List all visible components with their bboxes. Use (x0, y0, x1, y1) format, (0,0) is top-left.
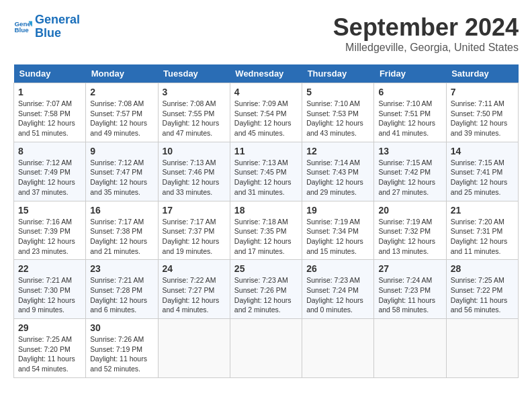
svg-text:Blue: Blue (14, 26, 29, 34)
day-number: 1 (18, 87, 81, 97)
day-number: 7 (451, 87, 514, 97)
day-info: Sunrise: 7:25 AM Sunset: 7:22 PM Dayligh… (451, 275, 514, 315)
logo-icon: General Blue (13, 17, 32, 36)
day-info: Sunrise: 7:07 AM Sunset: 7:58 PM Dayligh… (18, 99, 81, 138)
day-cell: 8Sunrise: 7:12 AM Sunset: 7:49 PM Daylig… (14, 142, 86, 201)
day-cell: 21Sunrise: 7:20 AM Sunset: 7:31 PM Dayli… (446, 201, 518, 260)
day-info: Sunrise: 7:10 AM Sunset: 7:53 PM Dayligh… (306, 99, 369, 138)
day-cell: 4Sunrise: 7:09 AM Sunset: 7:54 PM Daylig… (230, 83, 302, 142)
day-cell: 1Sunrise: 7:07 AM Sunset: 7:58 PM Daylig… (14, 83, 86, 142)
header-tuesday: Tuesday (158, 64, 230, 83)
day-info: Sunrise: 7:08 AM Sunset: 7:57 PM Dayligh… (90, 99, 153, 138)
day-number: 30 (90, 322, 153, 333)
day-number: 26 (306, 263, 369, 274)
day-info: Sunrise: 7:13 AM Sunset: 7:46 PM Dayligh… (163, 158, 226, 197)
day-number: 15 (18, 205, 81, 216)
day-number: 23 (90, 263, 153, 274)
day-cell: 24Sunrise: 7:22 AM Sunset: 7:27 PM Dayli… (158, 260, 230, 319)
day-cell: 15Sunrise: 7:16 AM Sunset: 7:39 PM Dayli… (14, 201, 86, 260)
day-info: Sunrise: 7:15 AM Sunset: 7:41 PM Dayligh… (451, 158, 514, 197)
day-info: Sunrise: 7:19 AM Sunset: 7:32 PM Dayligh… (378, 217, 441, 257)
week-row-2: 8Sunrise: 7:12 AM Sunset: 7:49 PM Daylig… (14, 142, 519, 201)
day-number: 10 (163, 146, 226, 156)
day-number: 12 (306, 146, 369, 156)
day-number: 29 (18, 322, 81, 333)
day-number: 27 (378, 263, 441, 274)
day-info: Sunrise: 7:13 AM Sunset: 7:45 PM Dayligh… (234, 158, 298, 197)
week-row-1: 1Sunrise: 7:07 AM Sunset: 7:58 PM Daylig… (14, 83, 519, 142)
day-info: Sunrise: 7:12 AM Sunset: 7:49 PM Dayligh… (18, 158, 81, 197)
day-cell: 26Sunrise: 7:23 AM Sunset: 7:24 PM Dayli… (302, 260, 374, 319)
header-row: Sunday Monday Tuesday Wednesday Thursday… (14, 64, 519, 83)
day-number: 25 (234, 263, 298, 274)
logo: General Blue GeneralBlue (13, 13, 80, 40)
day-info: Sunrise: 7:10 AM Sunset: 7:51 PM Dayligh… (378, 99, 441, 138)
day-info: Sunrise: 7:08 AM Sunset: 7:55 PM Dayligh… (163, 99, 226, 138)
day-number: 6 (378, 87, 441, 97)
week-row-5: 29Sunrise: 7:25 AM Sunset: 7:20 PM Dayli… (14, 319, 519, 378)
header-saturday: Saturday (446, 64, 518, 83)
day-number: 14 (451, 146, 514, 156)
day-cell: 30Sunrise: 7:26 AM Sunset: 7:19 PM Dayli… (86, 319, 158, 378)
day-number: 5 (306, 87, 369, 97)
day-cell: 13Sunrise: 7:15 AM Sunset: 7:42 PM Dayli… (374, 142, 446, 201)
day-cell: 17Sunrise: 7:17 AM Sunset: 7:37 PM Dayli… (158, 201, 230, 260)
day-info: Sunrise: 7:26 AM Sunset: 7:19 PM Dayligh… (90, 334, 153, 374)
day-number: 9 (90, 146, 153, 156)
day-info: Sunrise: 7:22 AM Sunset: 7:27 PM Dayligh… (163, 275, 226, 315)
day-info: Sunrise: 7:14 AM Sunset: 7:43 PM Dayligh… (306, 158, 369, 197)
logo-text: GeneralBlue (35, 13, 80, 40)
day-number: 22 (18, 263, 81, 274)
day-cell (302, 319, 374, 378)
day-number: 19 (306, 205, 369, 216)
day-info: Sunrise: 7:11 AM Sunset: 7:50 PM Dayligh… (451, 99, 514, 138)
day-cell: 29Sunrise: 7:25 AM Sunset: 7:20 PM Dayli… (14, 319, 86, 378)
day-info: Sunrise: 7:24 AM Sunset: 7:23 PM Dayligh… (378, 275, 441, 315)
header-thursday: Thursday (302, 64, 374, 83)
day-number: 2 (90, 87, 153, 97)
day-info: Sunrise: 7:12 AM Sunset: 7:47 PM Dayligh… (90, 158, 153, 197)
day-number: 8 (18, 146, 81, 156)
location-title: Milledgeville, Georgia, United States (333, 42, 519, 54)
week-row-4: 22Sunrise: 7:21 AM Sunset: 7:30 PM Dayli… (14, 260, 519, 319)
day-info: Sunrise: 7:18 AM Sunset: 7:35 PM Dayligh… (234, 217, 298, 257)
day-number: 17 (163, 205, 226, 216)
header-wednesday: Wednesday (230, 64, 302, 83)
day-cell (230, 319, 302, 378)
month-title: September 2024 (333, 13, 519, 42)
day-info: Sunrise: 7:16 AM Sunset: 7:39 PM Dayligh… (18, 217, 81, 257)
day-cell: 16Sunrise: 7:17 AM Sunset: 7:38 PM Dayli… (86, 201, 158, 260)
day-number: 4 (234, 87, 298, 97)
day-cell: 5Sunrise: 7:10 AM Sunset: 7:53 PM Daylig… (302, 83, 374, 142)
day-cell: 18Sunrise: 7:18 AM Sunset: 7:35 PM Dayli… (230, 201, 302, 260)
day-info: Sunrise: 7:17 AM Sunset: 7:38 PM Dayligh… (90, 217, 153, 257)
day-cell (446, 319, 518, 378)
day-cell: 25Sunrise: 7:23 AM Sunset: 7:26 PM Dayli… (230, 260, 302, 319)
day-cell: 12Sunrise: 7:14 AM Sunset: 7:43 PM Dayli… (302, 142, 374, 201)
day-cell: 7Sunrise: 7:11 AM Sunset: 7:50 PM Daylig… (446, 83, 518, 142)
day-info: Sunrise: 7:21 AM Sunset: 7:30 PM Dayligh… (18, 275, 81, 315)
day-number: 16 (90, 205, 153, 216)
day-number: 13 (378, 146, 441, 156)
day-cell: 14Sunrise: 7:15 AM Sunset: 7:41 PM Dayli… (446, 142, 518, 201)
day-cell: 10Sunrise: 7:13 AM Sunset: 7:46 PM Dayli… (158, 142, 230, 201)
day-cell: 9Sunrise: 7:12 AM Sunset: 7:47 PM Daylig… (86, 142, 158, 201)
day-cell (374, 319, 446, 378)
day-info: Sunrise: 7:17 AM Sunset: 7:37 PM Dayligh… (163, 217, 226, 257)
header-friday: Friday (374, 64, 446, 83)
day-info: Sunrise: 7:21 AM Sunset: 7:28 PM Dayligh… (90, 275, 153, 315)
page-header: General Blue GeneralBlue September 2024 … (13, 13, 519, 54)
day-cell: 6Sunrise: 7:10 AM Sunset: 7:51 PM Daylig… (374, 83, 446, 142)
day-number: 24 (163, 263, 226, 274)
day-cell: 11Sunrise: 7:13 AM Sunset: 7:45 PM Dayli… (230, 142, 302, 201)
calendar-table: Sunday Monday Tuesday Wednesday Thursday… (13, 64, 519, 378)
day-cell: 3Sunrise: 7:08 AM Sunset: 7:55 PM Daylig… (158, 83, 230, 142)
day-cell: 28Sunrise: 7:25 AM Sunset: 7:22 PM Dayli… (446, 260, 518, 319)
day-cell: 20Sunrise: 7:19 AM Sunset: 7:32 PM Dayli… (374, 201, 446, 260)
week-row-3: 15Sunrise: 7:16 AM Sunset: 7:39 PM Dayli… (14, 201, 519, 260)
day-info: Sunrise: 7:23 AM Sunset: 7:26 PM Dayligh… (234, 275, 298, 315)
day-info: Sunrise: 7:20 AM Sunset: 7:31 PM Dayligh… (451, 217, 514, 257)
day-number: 28 (451, 263, 514, 274)
day-cell: 23Sunrise: 7:21 AM Sunset: 7:28 PM Dayli… (86, 260, 158, 319)
header-monday: Monday (86, 64, 158, 83)
